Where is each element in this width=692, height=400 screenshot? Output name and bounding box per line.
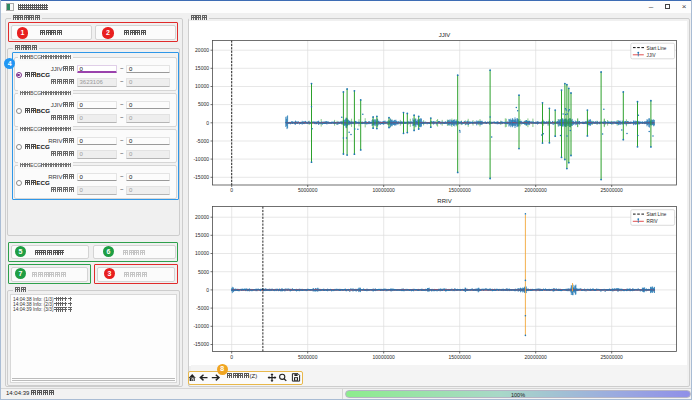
svg-text:20000000: 20000000 (525, 354, 547, 360)
svg-text:-10000: -10000 (193, 323, 209, 329)
svg-text:10000: 10000 (195, 250, 209, 256)
svg-text:15000: 15000 (195, 232, 209, 238)
svg-text:-10000: -10000 (193, 156, 209, 162)
svg-text:Start Line: Start Line (647, 212, 667, 217)
svg-text:10000000: 10000000 (373, 354, 395, 360)
svg-text:0: 0 (206, 120, 209, 126)
svg-text:10000: 10000 (195, 83, 209, 89)
svg-text:RRIV: RRIV (647, 219, 659, 224)
svg-text:15000000: 15000000 (449, 187, 471, 193)
svg-text:5000: 5000 (198, 269, 209, 275)
svg-text:25000000: 25000000 (601, 187, 623, 193)
svg-text:15000000: 15000000 (449, 354, 471, 360)
svg-text:5000: 5000 (198, 101, 209, 107)
svg-text:5000000: 5000000 (298, 354, 318, 360)
svg-text:RRIV: RRIV (437, 198, 451, 204)
svg-text:20000000: 20000000 (525, 187, 547, 193)
svg-text:JJIV: JJIV (647, 53, 657, 58)
svg-text:-15000: -15000 (193, 341, 209, 347)
svg-text:0: 0 (230, 354, 233, 360)
svg-text:0: 0 (230, 187, 233, 193)
svg-text:Start Line: Start Line (647, 46, 667, 51)
svg-text:-15000: -15000 (193, 174, 209, 180)
svg-text:0: 0 (206, 287, 209, 293)
svg-text:20000: 20000 (195, 214, 209, 220)
svg-text:20000: 20000 (195, 47, 209, 53)
svg-text:25000000: 25000000 (601, 354, 623, 360)
svg-text:-5000: -5000 (196, 305, 209, 311)
svg-text:10000000: 10000000 (373, 187, 395, 193)
svg-text:5000000: 5000000 (298, 187, 318, 193)
svg-text:JJIV: JJIV (439, 32, 451, 38)
svg-text:15000: 15000 (195, 65, 209, 71)
svg-text:-5000: -5000 (196, 138, 209, 144)
